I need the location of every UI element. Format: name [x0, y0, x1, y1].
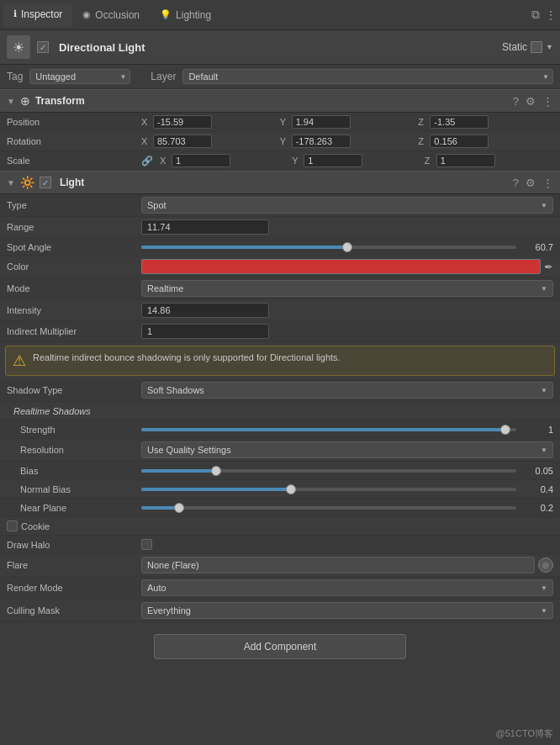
cookie-checkbox[interactable] [7, 520, 18, 531]
strength-track[interactable] [141, 428, 516, 431]
normal-bias-track[interactable] [141, 488, 516, 491]
resolution-row: Resolution Use Quality Settings ▼ [0, 439, 560, 462]
spot-angle-slider-container: 60.7 [141, 242, 553, 252]
near-plane-label: Near Plane [7, 503, 141, 513]
indirect-input[interactable] [141, 324, 269, 339]
static-checkbox[interactable] [531, 41, 542, 53]
near-plane-row: Near Plane 0.2 [0, 499, 560, 517]
color-eyedropper-icon[interactable]: ✒ [544, 261, 553, 273]
tab-occlusion-label: Occlusion [95, 9, 140, 21]
light-help-icon[interactable]: ? [513, 177, 519, 189]
light-more-icon[interactable]: ⋮ [542, 177, 553, 189]
shadow-type-row: Shadow Type Soft Shadows ▼ [0, 379, 560, 402]
indirect-row: Indirect Multiplier [0, 321, 560, 342]
tab-lighting[interactable]: 💡 Lighting [150, 4, 221, 26]
near-plane-track[interactable] [141, 506, 516, 510]
culling-mask-value: Everything [147, 605, 191, 616]
rotation-x-input[interactable] [153, 135, 212, 148]
z-letter: Z [418, 117, 428, 127]
transform-settings-icon[interactable]: ⚙ [526, 95, 536, 108]
tag-dropdown[interactable]: Untagged ▼ [29, 69, 130, 84]
normal-bias-label: Normal Bias [7, 484, 141, 494]
transform-actions: ? ⚙ ⋮ [513, 95, 553, 108]
transform-help-icon[interactable]: ? [513, 95, 519, 108]
scale-z-input[interactable] [436, 154, 495, 167]
strength-thumb[interactable] [500, 425, 510, 435]
culling-mask-dropdown[interactable]: Everything ▼ [141, 602, 553, 619]
watermark: @51CTO博客 [496, 727, 553, 740]
shadow-type-label: Shadow Type [7, 385, 141, 395]
bias-thumb[interactable] [211, 466, 221, 476]
light-actions: ? ⚙ ⋮ [513, 177, 553, 189]
render-mode-dropdown[interactable]: Auto ▼ [141, 579, 553, 596]
static-label: Static ▼ [502, 41, 553, 53]
normal-bias-fill [141, 488, 291, 491]
mode-dropdown[interactable]: Realtime ▼ [141, 280, 553, 297]
tag-dropdown-arrow: ▼ [119, 73, 126, 81]
render-mode-value: Auto [147, 583, 166, 593]
more-options-icon[interactable]: ⋮ [545, 8, 557, 22]
layer-dropdown[interactable]: Default ▼ [182, 69, 553, 84]
range-input[interactable] [141, 219, 269, 235]
detach-icon[interactable]: ⧉ [531, 8, 540, 22]
rotation-y-input[interactable] [292, 135, 351, 148]
shadow-type-dropdown[interactable]: Soft Shadows ▼ [141, 382, 553, 399]
color-field-row: ✒ [141, 259, 553, 274]
intensity-input[interactable] [141, 303, 269, 318]
resolution-dropdown[interactable]: Use Quality Settings ▼ [141, 441, 553, 458]
rotation-label: Rotation [7, 136, 141, 146]
rx-letter: X [141, 136, 151, 146]
light-settings-icon[interactable]: ⚙ [526, 177, 536, 189]
flare-select-btn[interactable]: ◎ [538, 557, 553, 573]
near-plane-thumb[interactable] [174, 503, 184, 513]
scale-y-input[interactable] [304, 154, 362, 167]
scale-lock-icon[interactable]: 🔗 [141, 156, 153, 166]
rotation-z-input[interactable] [430, 135, 489, 148]
normal-bias-slider-container: 0.4 [141, 484, 553, 494]
rotation-x-field: X [141, 135, 277, 148]
normal-bias-row: Normal Bias 0.4 [0, 480, 560, 499]
scale-row: Scale 🔗 X Y Z [0, 151, 560, 171]
shadow-type-dropdown-arrow: ▼ [541, 387, 547, 394]
tag-label: Tag [7, 71, 23, 82]
rotation-row: Rotation X Y Z [0, 132, 560, 151]
rz-letter: Z [418, 136, 428, 146]
normal-bias-thumb[interactable] [286, 484, 296, 494]
object-enabled-checkbox[interactable] [37, 41, 49, 53]
tab-inspector[interactable]: ℹ Inspector [3, 3, 72, 27]
flare-dropdown[interactable]: None (Flare) [141, 557, 535, 573]
position-xyz: X Y Z [141, 115, 553, 129]
object-name: Directional Light [59, 41, 495, 54]
mode-dropdown-arrow: ▼ [541, 285, 547, 293]
light-enabled-checkbox[interactable] [40, 177, 51, 188]
near-plane-value: 0.2 [521, 503, 553, 513]
draw-halo-checkbox[interactable] [141, 539, 152, 550]
spot-angle-track[interactable] [141, 246, 516, 249]
bias-track[interactable] [141, 469, 516, 473]
transform-more-icon[interactable]: ⋮ [542, 95, 553, 108]
spot-angle-fill [141, 246, 347, 249]
static-text: Static [502, 41, 527, 53]
rotation-z-field: Z [418, 135, 553, 148]
sz-letter: Z [425, 156, 435, 166]
resolution-value: Use Quality Settings [147, 445, 231, 455]
spot-angle-thumb[interactable] [342, 242, 352, 252]
sy-letter: Y [292, 156, 302, 166]
light-title: Light [60, 177, 508, 188]
static-dropdown-arrow[interactable]: ▼ [546, 43, 553, 51]
bias-label: Bias [7, 466, 141, 476]
color-picker-field[interactable] [141, 259, 541, 274]
scale-label: Scale [7, 156, 141, 166]
add-component-button[interactable]: Add Component [154, 634, 406, 659]
position-label: Position [7, 117, 141, 127]
type-dropdown[interactable]: Spot ▼ [141, 197, 553, 214]
position-row: Position X Y Z [0, 113, 560, 132]
mode-row: Mode Realtime ▼ [0, 277, 560, 300]
position-z-input[interactable] [430, 115, 489, 129]
transform-collapse-arrow[interactable]: ▼ [7, 97, 15, 106]
tab-occlusion[interactable]: ◉ Occlusion [72, 4, 150, 26]
position-y-input[interactable] [292, 115, 351, 129]
light-collapse-arrow[interactable]: ▼ [7, 178, 15, 188]
scale-x-input[interactable] [172, 154, 230, 167]
position-x-input[interactable] [153, 115, 212, 129]
